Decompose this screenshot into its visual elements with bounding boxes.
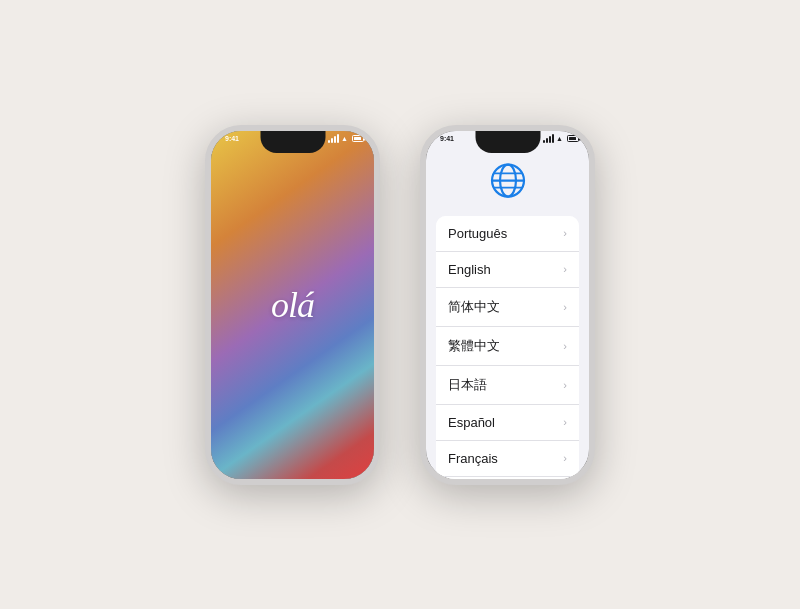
time-right: 9:41	[440, 135, 454, 142]
chevron-icon-traditional-chinese: ›	[563, 340, 567, 352]
language-list: Português›English›简体中文›繁體中文›日本語›Español›…	[436, 216, 579, 479]
language-item-portugues[interactable]: Português›	[436, 216, 579, 252]
splash-screen: olá	[211, 131, 374, 479]
language-item-simplified-chinese[interactable]: 简体中文›	[436, 288, 579, 327]
chevron-icon-english: ›	[563, 263, 567, 275]
right-phone: 9:41 ▲ Português›English›简体中文›繁體中文›日本語	[420, 125, 595, 485]
battery-icon-left	[352, 135, 364, 142]
language-label-spanish: Español	[448, 415, 495, 430]
wifi-icon-left: ▲	[341, 135, 348, 142]
splash-text: olá	[271, 284, 314, 326]
left-phone: 9:41 ▲ olá	[205, 125, 380, 485]
status-icons-right: ▲	[543, 135, 579, 143]
language-item-spanish[interactable]: Español›	[436, 405, 579, 441]
language-label-english: English	[448, 262, 491, 277]
chevron-icon-french: ›	[563, 452, 567, 464]
battery-icon-right	[567, 135, 579, 142]
language-label-french: Français	[448, 451, 498, 466]
notch-right	[475, 131, 540, 153]
language-label-traditional-chinese: 繁體中文	[448, 337, 500, 355]
chevron-icon-spanish: ›	[563, 416, 567, 428]
language-item-french[interactable]: Français›	[436, 441, 579, 477]
language-label-simplified-chinese: 简体中文	[448, 298, 500, 316]
globe-icon	[486, 161, 530, 200]
language-item-german[interactable]: Deutsch›	[436, 477, 579, 479]
time-left: 9:41	[225, 135, 239, 142]
signal-icon-right	[543, 135, 554, 143]
chevron-icon-simplified-chinese: ›	[563, 301, 567, 313]
language-item-english[interactable]: English›	[436, 252, 579, 288]
chevron-icon-portugues: ›	[563, 227, 567, 239]
language-label-portugues: Português	[448, 226, 507, 241]
language-item-traditional-chinese[interactable]: 繁體中文›	[436, 327, 579, 366]
wifi-icon-right: ▲	[556, 135, 563, 142]
signal-icon-left	[328, 135, 339, 143]
language-screen: Português›English›简体中文›繁體中文›日本語›Español›…	[426, 131, 589, 479]
status-icons-left: ▲	[328, 135, 364, 143]
chevron-icon-japanese: ›	[563, 379, 567, 391]
language-label-japanese: 日本語	[448, 376, 487, 394]
language-item-japanese[interactable]: 日本語›	[436, 366, 579, 405]
notch-left	[260, 131, 325, 153]
